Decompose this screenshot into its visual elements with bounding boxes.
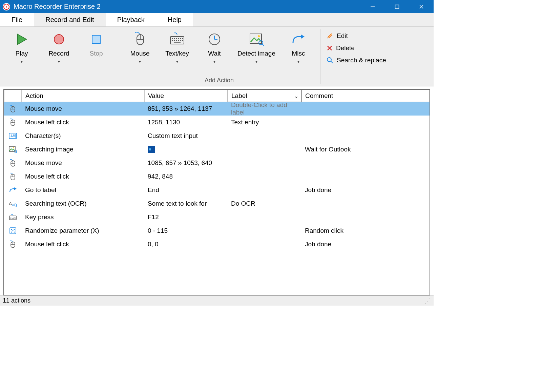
- cell-label[interactable]: [228, 170, 301, 183]
- cell-value: [144, 143, 228, 156]
- edit-action[interactable]: Edit: [327, 32, 428, 40]
- ocr-icon: Aa: [4, 197, 22, 210]
- tab-help[interactable]: Help: [156, 13, 193, 26]
- minimize-button[interactable]: [360, 0, 385, 13]
- table-row[interactable]: ABCharacter(s)Custom text input: [4, 129, 430, 143]
- maximize-button[interactable]: [385, 0, 409, 13]
- cell-action: Mouse left click: [22, 170, 144, 183]
- add-misc-button[interactable]: Misc ▾: [283, 32, 314, 77]
- redo-arrow-icon: [290, 32, 307, 47]
- table-row[interactable]: AaSearching text (OCR)Some text to look …: [4, 197, 430, 210]
- svg-point-66: [13, 217, 13, 217]
- column-header-action[interactable]: Action: [22, 90, 144, 102]
- tab-record-edit[interactable]: Record and Edit: [34, 13, 105, 26]
- svg-point-16: [178, 38, 179, 39]
- svg-text:A: A: [9, 201, 12, 206]
- cell-comment: Random click: [301, 224, 430, 238]
- goto-icon: [4, 183, 22, 197]
- cell-value: 1258, 1130: [144, 116, 228, 129]
- close-button[interactable]: [409, 0, 434, 13]
- cell-label[interactable]: [228, 143, 301, 156]
- cell-label[interactable]: [228, 156, 301, 170]
- mouse-icon: [4, 238, 22, 251]
- chevron-down-icon: ▾: [255, 59, 257, 64]
- search-replace-action[interactable]: Search & replace: [327, 57, 428, 64]
- table-row[interactable]: Mouse move851, 353 » 1264, 1137Double-Cl…: [4, 102, 430, 116]
- column-header-value[interactable]: Value: [144, 90, 228, 102]
- cell-label[interactable]: Do OCR: [228, 197, 301, 210]
- column-header-comment[interactable]: Comment: [301, 90, 430, 102]
- table-row[interactable]: Mouse left click0, 0Job done: [4, 238, 430, 251]
- cell-label[interactable]: Double-Click to add label: [228, 102, 301, 116]
- add-detect-image-button[interactable]: Detect image ▾: [236, 32, 277, 77]
- cell-comment: [301, 210, 430, 224]
- ribbon-group-playback: Play ▾ Record ▾ Stop: [0, 27, 118, 86]
- mouse-icon: [4, 116, 22, 129]
- svg-rect-29: [250, 34, 262, 43]
- svg-point-49: [13, 147, 14, 148]
- stop-button[interactable]: Stop: [81, 32, 112, 77]
- play-button[interactable]: Play ▾: [6, 32, 37, 77]
- cell-label[interactable]: [228, 129, 301, 143]
- cell-comment: [301, 102, 430, 116]
- table-row[interactable]: Go to labelEndJob done: [4, 183, 430, 197]
- menu-tabs: File Record and Edit Playback Help: [0, 13, 434, 27]
- svg-line-51: [16, 152, 17, 153]
- cell-comment: Job done: [301, 238, 430, 251]
- tab-file[interactable]: File: [0, 13, 34, 26]
- group-caption-add-action: Add Action: [118, 77, 320, 86]
- add-mouse-button[interactable]: Mouse ▾: [124, 32, 155, 77]
- cell-label[interactable]: [228, 210, 301, 224]
- image-search-icon: [248, 32, 265, 47]
- grid-header: Action Value Label ⌄ Comment: [4, 90, 430, 102]
- chevron-down-icon: ▾: [139, 59, 141, 64]
- tab-playback[interactable]: Playback: [106, 13, 156, 26]
- mouse-icon: [4, 102, 22, 116]
- svg-marker-33: [301, 35, 305, 39]
- cell-value: 942, 848: [144, 170, 228, 183]
- cell-label[interactable]: Text entry: [228, 116, 301, 129]
- column-header-icon[interactable]: [4, 90, 22, 102]
- svg-point-14: [174, 38, 175, 39]
- record-button[interactable]: Record ▾: [43, 32, 75, 77]
- svg-point-6: [54, 35, 64, 44]
- svg-point-23: [180, 40, 181, 41]
- svg-rect-2: [395, 5, 399, 8]
- resize-grip-icon[interactable]: ⋰: [425, 297, 431, 305]
- image-icon: [4, 143, 22, 156]
- cell-value: 0, 0: [144, 238, 228, 251]
- svg-point-74: [14, 229, 15, 230]
- cell-comment: Job done: [301, 183, 430, 197]
- table-row[interactable]: Mouse left click942, 848: [4, 170, 430, 183]
- table-row[interactable]: Key pressF12: [4, 210, 430, 224]
- cell-value: End: [144, 183, 228, 197]
- add-textkey-button[interactable]: Text/key ▾: [162, 32, 193, 77]
- delete-action[interactable]: Delete: [327, 44, 428, 52]
- chevron-down-icon: ▾: [213, 59, 215, 64]
- svg-point-13: [172, 38, 173, 39]
- table-row[interactable]: Randomize parameter (X)0 - 115Random cli…: [4, 224, 430, 238]
- svg-point-15: [176, 38, 177, 39]
- cell-label[interactable]: [228, 183, 301, 197]
- status-text: 11 actions: [3, 297, 30, 304]
- cell-value: Some text to look for: [144, 197, 228, 210]
- svg-point-21: [176, 40, 177, 41]
- table-row[interactable]: Searching imageWait for Outlook: [4, 143, 430, 156]
- svg-point-70: [16, 218, 16, 219]
- keyboard-icon: [169, 32, 185, 47]
- statusbar: 11 actions ⋰: [0, 295, 434, 306]
- cell-comment: [301, 170, 430, 183]
- svg-point-68: [16, 217, 16, 217]
- svg-point-24: [182, 40, 183, 41]
- mouse-icon: [132, 32, 148, 47]
- svg-marker-58: [14, 187, 17, 190]
- cell-comment: [301, 129, 430, 143]
- table-row[interactable]: Mouse left click1258, 1130Text entry: [4, 116, 430, 129]
- table-row[interactable]: Mouse move1085, 657 » 1053, 640: [4, 156, 430, 170]
- column-header-label[interactable]: Label ⌄: [228, 90, 301, 102]
- svg-rect-63: [9, 216, 16, 220]
- cell-label[interactable]: [228, 224, 301, 238]
- cell-label[interactable]: [228, 238, 301, 251]
- add-wait-button[interactable]: Wait ▾: [199, 32, 230, 77]
- image-thumbnail: [148, 146, 155, 153]
